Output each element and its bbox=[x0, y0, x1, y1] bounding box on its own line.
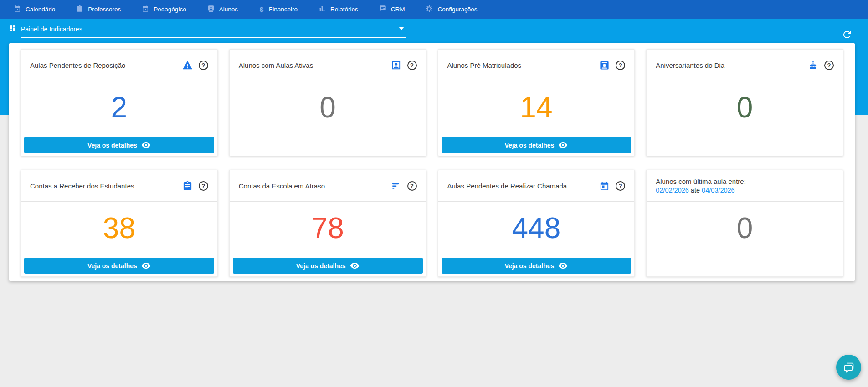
dashboard-icon bbox=[9, 25, 16, 32]
nav-label: Financeiro bbox=[269, 6, 298, 13]
card-alunos-pre-matriculados: Alunos Pré Matriculados ? 14 Veja os det… bbox=[438, 49, 635, 156]
card-header: Alunos Pré Matriculados ? bbox=[438, 50, 635, 81]
help-icon[interactable]: ? bbox=[824, 61, 834, 70]
card-footer: Veja os detalhes bbox=[21, 255, 217, 276]
card-header: Alunos com Aulas Ativas ? bbox=[230, 50, 426, 81]
calendar-icon bbox=[14, 5, 21, 14]
chat-fab-button[interactable] bbox=[836, 355, 861, 380]
card-header: Contas a Receber dos Estudantes ? bbox=[21, 170, 217, 202]
card-header: Aulas Pendentes de Realizar Chamada ? bbox=[438, 170, 635, 202]
help-icon[interactable]: ? bbox=[199, 61, 208, 70]
bar-chart-icon bbox=[318, 5, 326, 14]
date-from-link[interactable]: 02/02/2026 bbox=[656, 187, 689, 194]
indicators-panel: Aulas Pendentes de Reposição ? 2 Veja os… bbox=[9, 43, 855, 281]
help-icon[interactable]: ? bbox=[199, 181, 208, 191]
student-card-icon bbox=[207, 5, 215, 14]
details-button-label: Veja os detalhes bbox=[296, 262, 346, 270]
nav-label: Calendário bbox=[26, 6, 55, 13]
card-value: 14 bbox=[520, 93, 552, 122]
nav-label: Configurações bbox=[437, 6, 477, 13]
card-body: 2 bbox=[21, 81, 217, 134]
card-footer bbox=[647, 255, 843, 276]
eye-icon bbox=[558, 261, 568, 270]
card-title: Contas da Escola em Atraso bbox=[239, 182, 325, 190]
refresh-icon[interactable] bbox=[842, 29, 853, 41]
card-alunos-aulas-ativas: Alunos com Aulas Ativas ? 0 bbox=[229, 49, 426, 156]
card-body: 0 bbox=[230, 81, 426, 134]
details-button[interactable]: Veja os detalhes bbox=[24, 258, 214, 274]
nav-item-relatorios[interactable]: Relatórios bbox=[318, 5, 358, 14]
card-title: Aniversariantes do Dia bbox=[656, 61, 724, 69]
card-body: 0 bbox=[647, 81, 843, 134]
nav-item-calendario[interactable]: Calendário bbox=[14, 5, 55, 14]
card-value: 38 bbox=[103, 214, 135, 243]
card-footer bbox=[647, 134, 843, 156]
nav-item-professores[interactable]: Professores bbox=[76, 5, 121, 14]
card-footer: Veja os detalhes bbox=[21, 134, 217, 156]
nav-item-crm[interactable]: CRM bbox=[379, 5, 405, 14]
help-icon[interactable]: ? bbox=[407, 61, 417, 70]
card-value: 0 bbox=[737, 93, 753, 122]
sort-icon bbox=[391, 181, 401, 191]
help-icon[interactable]: ? bbox=[407, 181, 417, 191]
card-contas-receber-estudantes: Contas a Receber dos Estudantes ? 38 Vej… bbox=[21, 170, 218, 277]
card-alunos-ultima-aula: Alunos com última aula entre: 02/02/2026… bbox=[646, 170, 843, 277]
nav-item-pedagogico[interactable]: Pedagógico bbox=[142, 5, 186, 14]
card-footer: Veja os detalhes bbox=[438, 134, 635, 156]
card-title: Aulas Pendentes de Reposição bbox=[30, 61, 125, 69]
details-button[interactable]: Veja os detalhes bbox=[233, 258, 423, 274]
card-header: Contas da Escola em Atraso ? bbox=[230, 170, 426, 202]
card-body: 0 bbox=[647, 202, 843, 255]
card-aniversariantes-do-dia: Aniversariantes do Dia ? 0 bbox=[646, 49, 843, 156]
clipboard-icon bbox=[76, 5, 83, 14]
card-title: Alunos com última aula entre: bbox=[656, 178, 746, 185]
card-body: 78 bbox=[230, 202, 426, 255]
portrait-icon bbox=[391, 60, 401, 71]
date-to-link[interactable]: 04/03/2026 bbox=[702, 187, 735, 194]
help-icon[interactable]: ? bbox=[616, 181, 625, 191]
card-title: Alunos com Aulas Ativas bbox=[239, 61, 313, 69]
panel-selector-bar: Painel de Indicadores bbox=[0, 19, 868, 41]
details-button-label: Veja os detalhes bbox=[87, 262, 137, 270]
help-icon[interactable]: ? bbox=[616, 61, 625, 70]
details-button-label: Veja os detalhes bbox=[504, 142, 554, 149]
dollar-icon: $ bbox=[259, 5, 264, 13]
nav-label: Relatórios bbox=[330, 6, 358, 13]
details-button[interactable]: Veja os detalhes bbox=[442, 137, 632, 153]
card-title: Alunos Pré Matriculados bbox=[447, 61, 522, 69]
assignment-icon bbox=[182, 181, 193, 191]
nav-item-configuracoes[interactable]: Configurações bbox=[426, 5, 477, 14]
card-footer bbox=[230, 134, 426, 156]
card-header: Alunos com última aula entre: 02/02/2026… bbox=[647, 170, 843, 202]
chat-icon bbox=[379, 5, 386, 14]
card-title: Aulas Pendentes de Realizar Chamada bbox=[447, 182, 567, 190]
card-body: 448 bbox=[438, 202, 635, 255]
panel-selector-value: Painel de Indicadores bbox=[21, 25, 82, 33]
panel-selector-dropdown[interactable]: Painel de Indicadores bbox=[21, 21, 406, 38]
card-body: 14 bbox=[438, 81, 635, 134]
card-value: 0 bbox=[319, 93, 336, 122]
cake-icon bbox=[808, 60, 818, 71]
eye-icon bbox=[350, 261, 360, 270]
nav-item-alunos[interactable]: Alunos bbox=[207, 5, 238, 14]
nav-label: CRM bbox=[391, 6, 405, 13]
details-button-label: Veja os detalhes bbox=[504, 262, 554, 270]
card-footer: Veja os detalhes bbox=[230, 255, 426, 276]
nav-label: Professores bbox=[88, 6, 121, 13]
details-button-label: Veja os detalhes bbox=[87, 142, 137, 149]
nav-label: Pedagógico bbox=[154, 6, 186, 13]
top-navigation: Calendário Professores Pedagógico Alunos… bbox=[0, 0, 868, 19]
card-value: 2 bbox=[111, 93, 128, 122]
card-body: 38 bbox=[21, 202, 217, 255]
card-aulas-pendentes-chamada: Aulas Pendentes de Realizar Chamada ? 44… bbox=[438, 170, 635, 277]
details-button[interactable]: Veja os detalhes bbox=[24, 137, 214, 153]
details-button[interactable]: Veja os detalhes bbox=[442, 258, 632, 274]
card-contas-escola-atraso: Contas da Escola em Atraso ? 78 Veja os … bbox=[229, 170, 426, 277]
card-header: Aulas Pendentes de Reposição ? bbox=[21, 50, 217, 81]
card-aulas-pendentes-reposicao: Aulas Pendentes de Reposição ? 2 Veja os… bbox=[21, 49, 218, 156]
chevron-down-icon bbox=[399, 27, 404, 30]
nav-label: Alunos bbox=[219, 6, 238, 13]
calendar-icon bbox=[142, 5, 149, 14]
nav-item-financeiro[interactable]: $ Financeiro bbox=[259, 5, 298, 13]
eye-icon bbox=[558, 140, 568, 150]
